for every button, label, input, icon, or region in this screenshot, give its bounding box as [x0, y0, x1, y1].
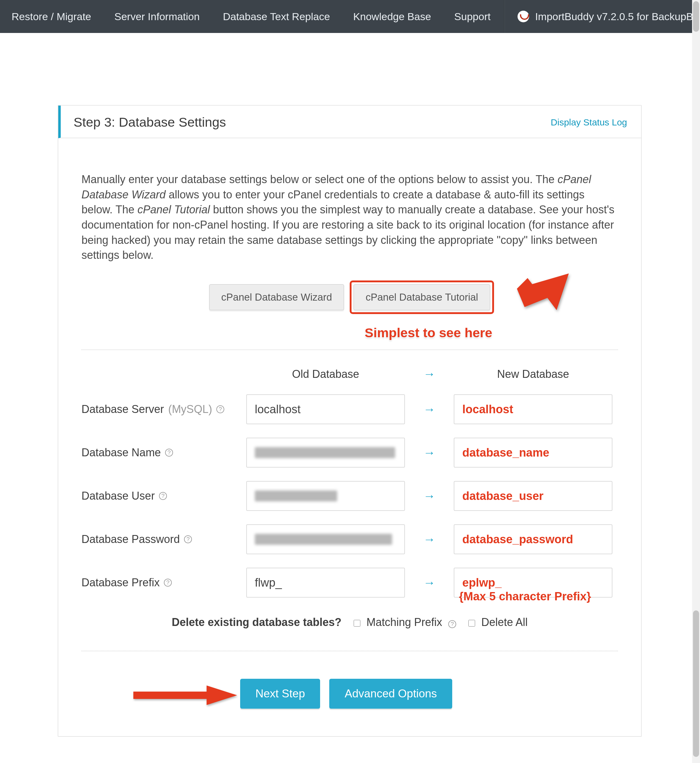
scrollbar-thumb[interactable] — [693, 1, 699, 32]
row-label-password: Database Password ? — [81, 533, 240, 546]
card-header: Step 3: Database Settings Display Status… — [58, 106, 641, 138]
delete-all-option[interactable]: Delete All — [469, 616, 528, 629]
delete-matching-prefix-checkbox[interactable] — [354, 620, 360, 627]
nav-support[interactable]: Support — [443, 0, 502, 33]
delete-matching-prefix-option[interactable]: Matching Prefix ? — [354, 616, 456, 629]
new-db-prefix-input[interactable] — [454, 568, 612, 597]
old-db-name-input[interactable] — [246, 438, 405, 467]
card-title: Step 3: Database Settings — [73, 115, 551, 130]
new-db-user-input[interactable] — [454, 481, 612, 511]
row-label-server: Database Server (MySQL) ? — [81, 403, 240, 416]
label-text: Database Prefix — [81, 576, 159, 589]
old-db-password-input[interactable] — [246, 524, 405, 554]
arrow-icon[interactable]: → — [411, 403, 448, 416]
col-old-header: Old Database — [246, 368, 405, 381]
scrollbar-thumb[interactable] — [693, 610, 699, 757]
col-new-header: New Database — [454, 368, 612, 381]
display-status-log-link[interactable]: Display Status Log — [551, 117, 627, 128]
brand-text: ImportBuddy v7.2.0.5 for BackupBuddy — [535, 11, 700, 23]
arrow-icon[interactable]: → — [411, 576, 448, 589]
blurred-value — [255, 491, 337, 502]
help-icon[interactable]: ? — [164, 579, 172, 586]
old-db-user-input[interactable] — [246, 481, 405, 511]
arrow-icon[interactable]: → — [411, 489, 448, 503]
new-db-server-input[interactable] — [454, 394, 612, 424]
new-db-name-input[interactable] — [454, 438, 612, 467]
intro-text: Manually enter your database settings be… — [81, 172, 618, 263]
advanced-options-button[interactable]: Advanced Options — [329, 679, 452, 709]
db-settings-grid: Old Database → New Database Database Ser… — [81, 367, 618, 597]
label-text: Database Password — [81, 533, 180, 546]
row-label-user: Database User ? — [81, 489, 240, 502]
help-icon[interactable]: ? — [165, 449, 173, 457]
blurred-value — [255, 534, 392, 545]
label-hint: (MySQL) — [168, 403, 212, 416]
card-body: Manually enter your database settings be… — [58, 138, 641, 736]
delete-question: Delete existing database tables? — [172, 616, 341, 629]
row-label-name: Database Name ? — [81, 446, 240, 459]
blurred-value — [255, 447, 395, 458]
help-icon[interactable]: ? — [184, 535, 192, 543]
cpanel-wizard-button[interactable]: cPanel Database Wizard — [209, 284, 344, 310]
option-label: Matching Prefix — [367, 616, 442, 629]
cpanel-tutorial-button[interactable]: cPanel Database Tutorial — [353, 284, 491, 310]
label-text: Database Name — [81, 446, 161, 459]
nav-restore-migrate[interactable]: Restore / Migrate — [0, 0, 103, 33]
annotation-arrow-icon — [133, 683, 237, 707]
delete-all-checkbox[interactable] — [469, 620, 475, 627]
label-text: Database User — [81, 489, 155, 502]
old-db-server-input[interactable] — [246, 394, 405, 424]
option-label: Delete All — [481, 616, 528, 629]
separator — [81, 651, 618, 651]
old-db-prefix-input[interactable] — [246, 568, 405, 597]
top-nav: Restore / Migrate Server Information Dat… — [0, 0, 692, 33]
brand-area: ImportBuddy v7.2.0.5 for BackupBuddy — [506, 11, 700, 23]
nav-divider — [504, 0, 505, 33]
nav-db-text-replace[interactable]: Database Text Replace — [211, 0, 341, 33]
help-icon[interactable]: ? — [448, 620, 456, 628]
arrow-icon[interactable]: → — [411, 533, 448, 546]
nav-server-info[interactable]: Server Information — [103, 0, 211, 33]
vertical-scrollbar[interactable] — [692, 0, 700, 763]
nav-knowledge-base[interactable]: Knowledge Base — [341, 0, 442, 33]
actions-row: Next Step Advanced Options — [81, 679, 618, 709]
new-db-password-input[interactable] — [454, 524, 612, 554]
label-text: Database Server — [81, 403, 164, 416]
row-label-prefix: Database Prefix ? — [81, 576, 240, 589]
next-step-button[interactable]: Next Step — [240, 679, 320, 709]
arrow-icon: → — [411, 367, 448, 381]
help-icon[interactable]: ? — [216, 405, 224, 413]
svg-marker-0 — [133, 685, 237, 705]
arrow-icon[interactable]: → — [411, 446, 448, 460]
settings-card: Step 3: Database Settings Display Status… — [58, 105, 642, 737]
delete-tables-row: Delete existing database tables? Matchin… — [81, 616, 618, 629]
help-icon[interactable]: ? — [159, 492, 167, 500]
cpanel-button-row: cPanel Database Wizard cPanel Database T… — [81, 284, 618, 310]
separator — [81, 349, 618, 350]
importbuddy-icon — [517, 11, 529, 22]
